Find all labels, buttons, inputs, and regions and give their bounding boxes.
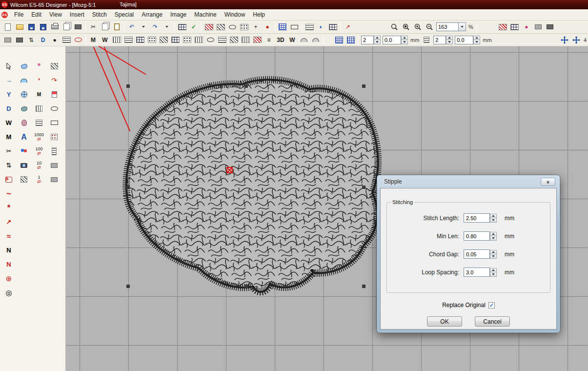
tool-steps[interactable]: [33, 117, 45, 129]
travel-10-stitches[interactable]: 10⇄: [33, 159, 45, 171]
menu-image[interactable]: Image: [166, 10, 190, 20]
motif-fill-icon[interactable]: [146, 35, 157, 45]
stitch-player-icon[interactable]: ✓: [188, 22, 199, 32]
fill-grid-a-icon[interactable]: [334, 35, 345, 45]
backstitch-icon[interactable]: [240, 35, 251, 45]
selection-handle-bottom-right[interactable]: [362, 285, 365, 288]
travel-1-stitch[interactable]: 1⇄: [33, 173, 45, 186]
menu-view[interactable]: View: [45, 10, 66, 20]
min-len-down-button[interactable]: [490, 236, 497, 241]
outline-run-icon[interactable]: [228, 35, 239, 45]
effects-icon[interactable]: [509, 22, 520, 32]
artistic-view-icon[interactable]: [14, 35, 25, 45]
ok-button[interactable]: OK: [427, 316, 462, 327]
redo-icon[interactable]: ↷: [150, 22, 161, 32]
menu-window[interactable]: Window: [221, 10, 249, 20]
ruler-icon[interactable]: [421, 35, 432, 45]
tool-flag[interactable]: [48, 88, 61, 101]
menu-arrange[interactable]: Arrange: [138, 10, 166, 20]
pan-hoop-icon[interactable]: [571, 35, 582, 45]
selection-handle-bottom-left[interactable]: [126, 285, 130, 288]
stemstitch-icon[interactable]: [252, 35, 263, 45]
tool-fan[interactable]: [2, 173, 15, 186]
tool-bean-stitch[interactable]: [18, 103, 30, 115]
zoom-box-icon[interactable]: [401, 22, 411, 32]
stitch-length-down-button[interactable]: [490, 218, 497, 223]
selection-handle-mid-right[interactable]: [362, 186, 365, 189]
tool-curve-run[interactable]: ~: [2, 187, 15, 200]
cut-icon[interactable]: ✂: [88, 22, 99, 32]
loop-spacing-up-button[interactable]: [490, 268, 497, 273]
tool-zigzag-input[interactable]: M: [33, 88, 45, 101]
undo-dropdown-icon[interactable]: [138, 22, 149, 32]
redo-dropdown-icon[interactable]: [162, 22, 172, 32]
show-grid-icon[interactable]: [277, 22, 288, 32]
tool-coil[interactable]: ◎: [2, 287, 15, 299]
zoom-1-1-icon[interactable]: [389, 22, 400, 32]
dome-a-icon[interactable]: [299, 35, 309, 45]
open-design-icon[interactable]: [14, 22, 25, 32]
tool-zigzag-m[interactable]: M: [2, 131, 15, 143]
travel-1000-stitches[interactable]: 1000⇄: [33, 131, 45, 143]
tool-squiggle[interactable]: N: [2, 258, 15, 270]
col-count-input[interactable]: [433, 36, 446, 44]
design-view-icon[interactable]: [2, 35, 13, 45]
tool-ladder[interactable]: [48, 145, 61, 157]
wave-effect-icon[interactable]: W: [287, 35, 298, 45]
print-icon[interactable]: [49, 22, 60, 32]
offset-a-up-button[interactable]: [401, 36, 408, 41]
offset-a-input[interactable]: [383, 36, 401, 44]
tool-closed-object[interactable]: [18, 74, 30, 86]
zoom-input[interactable]: [436, 22, 459, 31]
cancel-button[interactable]: Cancel: [475, 316, 510, 327]
undo-icon[interactable]: ↶: [126, 22, 137, 32]
show-hoop-icon[interactable]: [289, 22, 300, 32]
print-preview-icon[interactable]: [61, 22, 72, 32]
zoom-dropdown-button[interactable]: [459, 22, 466, 31]
row-count-input[interactable]: [361, 36, 374, 44]
tool-motif-run[interactable]: *: [2, 202, 15, 214]
loop-spacing-input[interactable]: [464, 268, 490, 277]
letter-d-icon[interactable]: D: [38, 35, 48, 45]
tool-portrait[interactable]: [18, 117, 30, 129]
tool-lettering[interactable]: A: [18, 131, 30, 143]
satin-stitch-icon[interactable]: M: [88, 35, 99, 45]
insert-design-icon[interactable]: [177, 22, 187, 32]
color-film-icon[interactable]: ◐: [316, 22, 326, 32]
offset-b-input[interactable]: [455, 36, 473, 44]
tool-flower-small[interactable]: *: [33, 74, 45, 86]
tool-block-a[interactable]: [48, 159, 61, 171]
thread-colors-icon[interactable]: ●: [521, 22, 532, 32]
tool-run-stitch[interactable]: [48, 131, 61, 143]
zoom-in-icon[interactable]: [412, 22, 423, 32]
menu-machine[interactable]: Machine: [190, 10, 220, 20]
tool-flower-fill[interactable]: *: [33, 60, 45, 72]
tool-polyline[interactable]: N: [2, 244, 15, 256]
document-icon[interactable]: ES: [1, 12, 8, 18]
pen-tool-icon[interactable]: [203, 22, 214, 32]
ripple-fill-icon[interactable]: [205, 35, 216, 45]
menu-special[interactable]: Special: [111, 10, 138, 20]
tool-select[interactable]: [2, 60, 15, 72]
tool-reshape[interactable]: [18, 60, 30, 72]
satin-fill-icon[interactable]: [215, 22, 226, 32]
paste-icon[interactable]: [111, 22, 122, 32]
crosshair-icon[interactable]: +: [250, 22, 261, 32]
new-design-icon[interactable]: [2, 22, 13, 32]
stipple-fill-icon[interactable]: [239, 22, 249, 32]
weave-fill-icon[interactable]: [193, 35, 204, 45]
tool-team-names[interactable]: [18, 145, 30, 157]
program-split-icon[interactable]: [135, 35, 145, 45]
design-properties-icon[interactable]: [327, 22, 338, 32]
tool-ellipse[interactable]: [48, 103, 61, 115]
offset-b-up-button[interactable]: [473, 36, 480, 41]
tool-scissors[interactable]: ✂: [2, 145, 15, 157]
stitch-length-input[interactable]: [464, 213, 490, 223]
offset-a-down-button[interactable]: [401, 40, 408, 44]
3d-effect-icon[interactable]: 3D: [275, 35, 286, 45]
tool-columns[interactable]: [33, 103, 45, 115]
replace-original-checkbox[interactable]: ✓: [488, 302, 495, 309]
tatami-fill-icon[interactable]: [123, 35, 134, 45]
outline-ellipse-icon[interactable]: [227, 22, 238, 32]
save-design-icon[interactable]: [26, 22, 37, 32]
